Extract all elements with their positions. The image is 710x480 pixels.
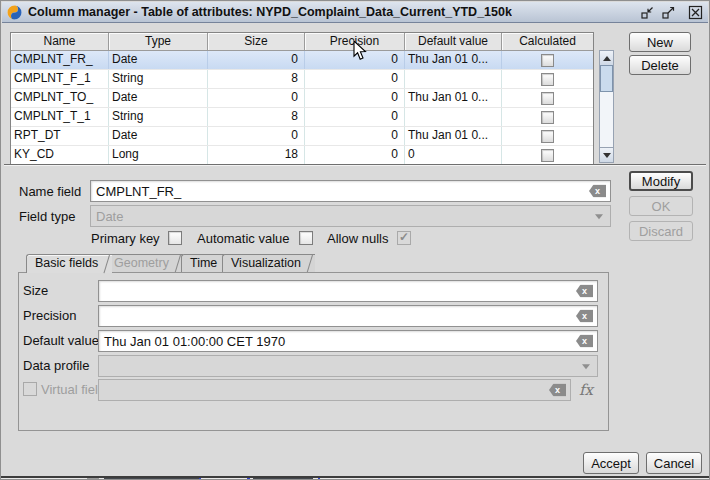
field-type-dropdown[interactable]: Date — [90, 205, 611, 227]
cell-calculated — [502, 70, 593, 88]
column-header-size[interactable]: Size — [208, 33, 305, 51]
column-manager-dialog: Column manager - Table of attributes: NY… — [0, 0, 710, 480]
restore-window-icon[interactable] — [640, 5, 655, 20]
automatic-value-checkbox[interactable] — [299, 231, 313, 245]
table-row[interactable]: CMPLNT_F_1 String 8 0 — [11, 70, 593, 89]
field-type-value: Date — [96, 209, 123, 224]
tab-geometry[interactable]: Geometry — [105, 254, 183, 272]
default-value-value: Thu Jan 01 01:00:00 CET 1970 — [104, 334, 285, 349]
scroll-down-button[interactable] — [600, 147, 613, 162]
cell-size: 0 — [208, 51, 305, 69]
mouse-cursor — [353, 40, 367, 61]
cell-default-value: 0 — [405, 146, 502, 164]
allow-nulls-checkbox[interactable] — [397, 231, 411, 245]
cell-name: CMPLNT_F_1 — [11, 70, 109, 88]
field-type-label: Field type — [19, 209, 75, 225]
table-row[interactable]: CMPLNT_FR_ Date 0 0 Thu Jan 01 0... — [11, 51, 593, 70]
tab-visualization[interactable]: Visualization — [222, 254, 315, 272]
primary-key-checkbox[interactable] — [168, 231, 182, 245]
calculated-checkbox[interactable] — [541, 130, 554, 143]
column-header-calculated[interactable]: Calculated — [502, 33, 593, 51]
cell-type: Date — [109, 51, 208, 69]
cell-type: Long — [109, 146, 208, 164]
cell-size: 0 — [208, 89, 305, 107]
precision-input[interactable]: x — [98, 305, 598, 327]
cell-default-value: Thu Jan 01 0... — [405, 51, 502, 69]
name-field-value: CMPLNT_FR_ — [96, 184, 181, 199]
cell-size: 8 — [208, 70, 305, 88]
clear-text-icon[interactable]: x — [576, 310, 593, 323]
gvsig-logo-icon — [7, 5, 22, 20]
cell-precision: 0 — [305, 127, 405, 145]
titlebar[interactable]: Column manager - Table of attributes: NY… — [2, 2, 708, 23]
default-value-input[interactable]: Thu Jan 01 01:00:00 CET 1970 x — [98, 330, 598, 352]
table-row[interactable]: CMPLNT_TO_ Date 0 0 Thu Jan 01 0... — [11, 89, 593, 108]
cell-size: 8 — [208, 108, 305, 126]
cell-name: CMPLNT_FR_ — [11, 51, 109, 69]
calculated-checkbox[interactable] — [541, 54, 554, 67]
modify-button[interactable]: Modify — [629, 171, 693, 191]
virtual-field-checkbox[interactable] — [23, 382, 37, 396]
table-row[interactable]: KY_CD Long 18 0 0 — [11, 146, 593, 165]
column-header-type[interactable]: Type — [109, 33, 208, 51]
calculated-checkbox[interactable] — [541, 111, 554, 124]
scroll-up-button[interactable] — [600, 51, 613, 66]
column-header-name[interactable]: Name — [11, 33, 109, 51]
discard-button[interactable]: Discard — [629, 221, 693, 241]
tab-basic-fields[interactable]: Basic fields — [26, 254, 112, 273]
scrollbar-thumb[interactable] — [600, 65, 613, 92]
name-field-input[interactable]: CMPLNT_FR_ x — [90, 180, 611, 202]
column-header-default-value[interactable]: Default value — [405, 33, 502, 51]
cancel-button[interactable]: Cancel — [646, 452, 702, 474]
size-label: Size — [23, 283, 48, 299]
section-divider — [4, 164, 706, 165]
cell-type: Date — [109, 127, 208, 145]
dropdown-arrow-icon — [595, 214, 603, 219]
allow-nulls-label: Allow nulls — [327, 231, 388, 247]
columns-table: Name Type Size Precision Default value C… — [10, 32, 594, 165]
precision-label: Precision — [23, 308, 76, 324]
cell-type: String — [109, 108, 208, 126]
maximize-window-icon[interactable] — [661, 5, 676, 20]
size-input[interactable]: x — [98, 280, 598, 302]
clear-text-icon[interactable]: x — [589, 185, 606, 198]
cell-precision: 0 — [305, 70, 405, 88]
new-button[interactable]: New — [629, 32, 691, 52]
cell-type: String — [109, 70, 208, 88]
calculated-checkbox[interactable] — [541, 73, 554, 86]
cell-calculated — [502, 51, 593, 69]
default-value-label: Default value — [23, 333, 99, 349]
expression-builder-fx-icon[interactable]: fx — [579, 381, 593, 399]
scroll-down-arrow-icon — [603, 153, 611, 158]
cell-default-value — [405, 70, 502, 88]
clear-text-icon[interactable]: x — [576, 335, 593, 348]
cell-name: CMPLNT_TO_ — [11, 89, 109, 107]
calculated-checkbox[interactable] — [541, 92, 554, 105]
table-scrollbar[interactable] — [599, 50, 614, 163]
window-title: Column manager - Table of attributes: NY… — [28, 5, 512, 19]
clear-text-icon[interactable]: x — [576, 285, 593, 298]
close-window-icon[interactable] — [688, 5, 703, 20]
delete-button[interactable]: Delete — [629, 55, 691, 75]
ok-button[interactable]: OK — [629, 196, 693, 216]
titlebar-grip — [592, 6, 634, 19]
cell-name: CMPLNT_T_1 — [11, 108, 109, 126]
cell-calculated — [502, 89, 593, 107]
virtual-field-input[interactable]: x — [98, 379, 571, 401]
scroll-up-arrow-icon — [603, 56, 611, 61]
primary-key-label: Primary key — [91, 231, 160, 247]
cell-calculated — [502, 146, 593, 164]
name-field-label: Name field — [19, 184, 81, 200]
cell-precision: 0 — [305, 89, 405, 107]
calculated-checkbox[interactable] — [541, 149, 554, 162]
cell-default-value: Thu Jan 01 0... — [405, 89, 502, 107]
dropdown-arrow-icon — [582, 364, 590, 369]
accept-button[interactable]: Accept — [583, 452, 639, 474]
cell-size: 18 — [208, 146, 305, 164]
cell-default-value: Thu Jan 01 0... — [405, 127, 502, 145]
data-profile-dropdown[interactable] — [98, 355, 598, 377]
table-row[interactable]: CMPLNT_T_1 String 8 0 — [11, 108, 593, 127]
clear-text-icon[interactable]: x — [549, 384, 566, 397]
table-body: CMPLNT_FR_ Date 0 0 Thu Jan 01 0... CMPL… — [11, 51, 593, 165]
table-row[interactable]: RPT_DT Date 0 0 Thu Jan 01 0... — [11, 127, 593, 146]
